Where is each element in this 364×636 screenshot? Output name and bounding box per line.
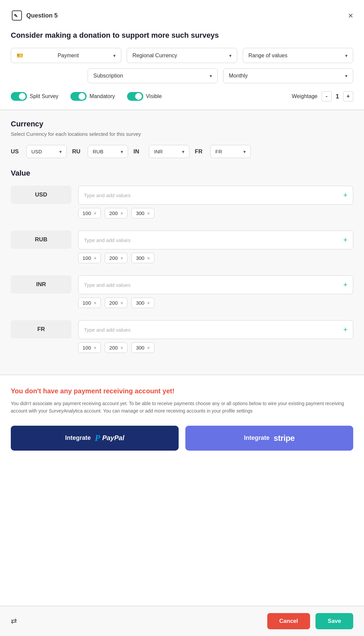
usd-tag-200-remove[interactable]: ×: [120, 211, 123, 216]
question-number: Question 5: [26, 12, 58, 19]
rub-dropdown[interactable]: RUB ▾: [88, 145, 128, 158]
fr-tag-100-remove[interactable]: ×: [94, 345, 96, 351]
split-survey-toggle[interactable]: [11, 92, 27, 101]
stripe-logo-text: stripe: [274, 433, 295, 443]
regional-currency-dropdown[interactable]: Regional Currency ▾: [127, 48, 237, 63]
chevron-icon: ▾: [345, 53, 347, 58]
inr-tag-200-remove[interactable]: ×: [120, 300, 123, 306]
currency-section-title: Currency: [11, 120, 353, 128]
question-icon: ✎: [11, 9, 23, 22]
fr-input-area: Type and add values + 100 × 200 × 300 ×: [78, 320, 353, 360]
paypal-logo: P PayPal: [95, 433, 124, 443]
footer-buttons: Cancel Save: [267, 613, 353, 629]
mandatory-toggle[interactable]: [70, 92, 87, 101]
currency-code-us: US: [11, 148, 21, 155]
inr-label-box: INR: [11, 275, 71, 294]
inr-add-button[interactable]: +: [343, 280, 347, 289]
subscription-dropdown[interactable]: Subscription ▾: [88, 68, 218, 83]
currency-selectors-row: US USD ▾ RU RUB ▾ IN INR ▾ FR FR ▾: [11, 145, 353, 158]
fr-tag-100: 100 ×: [78, 342, 101, 353]
inr-tag-300-remove[interactable]: ×: [147, 300, 150, 306]
fr-tag-300-remove[interactable]: ×: [147, 345, 150, 351]
chevron-icon: ▾: [59, 149, 62, 154]
currency-code-ru: RU: [72, 148, 82, 155]
chevron-icon: ▾: [243, 149, 246, 154]
footer: ⇄ Cancel Save: [0, 606, 364, 636]
fr-input-box: Type and add values +: [78, 320, 353, 339]
weightage-section: Weightage - 1 +: [292, 91, 353, 101]
toggle-knob: [19, 93, 26, 100]
rub-input-placeholder: Type and add values: [84, 237, 130, 243]
rub-input-box: Type and add values +: [78, 231, 353, 249]
usd-dropdown[interactable]: USD ▾: [26, 145, 67, 158]
mandatory-label: Mandatory: [89, 93, 115, 99]
fr-tag-200-remove[interactable]: ×: [120, 345, 123, 351]
usd-tag-300-remove[interactable]: ×: [147, 211, 150, 216]
rub-tag-200-remove[interactable]: ×: [120, 255, 123, 261]
question-label: ✎ Question 5: [11, 9, 58, 22]
usd-add-button[interactable]: +: [343, 191, 347, 200]
inr-input-box: Type and add values +: [78, 275, 353, 294]
payment-dropdown[interactable]: 🎫 Payment ▾: [11, 48, 121, 63]
question-title: Consider making a donation to support mo…: [11, 31, 353, 40]
inr-value-row: INR Type and add values + 100 × 200 × 30…: [11, 275, 353, 315]
rub-tag-100-remove[interactable]: ×: [94, 255, 96, 261]
rub-input-area: Type and add values + 100 × 200 × 300 ×: [78, 231, 353, 270]
close-button[interactable]: ×: [348, 11, 353, 20]
rub-tag-300-remove[interactable]: ×: [147, 255, 150, 261]
usd-tag-300: 300 ×: [131, 208, 154, 218]
shuffle-icon: ⇄: [11, 617, 17, 626]
chevron-icon: ▾: [229, 53, 232, 58]
usd-input-box: Type and add values +: [78, 186, 353, 205]
inr-input-placeholder: Type and add values: [84, 282, 130, 288]
header-row: ✎ Question 5 ×: [11, 9, 353, 22]
mandatory-toggle-item: Mandatory: [70, 92, 115, 101]
inr-tag-100-remove[interactable]: ×: [94, 300, 96, 306]
top-section: ✎ Question 5 × Consider making a donatio…: [0, 0, 364, 110]
fr-value-row: FR Type and add values + 100 × 200 × 300…: [11, 320, 353, 360]
dropdowns-row-1: 🎫 Payment ▾ Regional Currency ▾ Range of…: [11, 48, 353, 63]
inr-tag-300: 300 ×: [131, 298, 154, 308]
weightage-plus-button[interactable]: +: [343, 91, 353, 101]
rub-tag-300: 300 ×: [131, 253, 154, 263]
currency-code-in: IN: [133, 148, 144, 155]
chevron-icon: ▾: [210, 73, 212, 79]
save-button[interactable]: Save: [315, 613, 353, 629]
usd-input-area: Type and add values + 100 × 200 × 300 ×: [78, 186, 353, 225]
usd-tag-100-remove[interactable]: ×: [94, 211, 96, 216]
toggle-knob: [79, 93, 85, 100]
inr-dropdown[interactable]: INR ▾: [149, 145, 189, 158]
fr-dropdown[interactable]: FR ▾: [210, 145, 251, 158]
visible-toggle[interactable]: [127, 92, 143, 101]
rub-value-row: RUB Type and add values + 100 × 200 × 30…: [11, 231, 353, 270]
usd-tag-200: 200 ×: [105, 208, 127, 218]
cancel-button[interactable]: Cancel: [267, 613, 310, 629]
monthly-dropdown[interactable]: Monthly ▾: [223, 68, 353, 83]
bottom-section: You don't have any payment receiving acc…: [0, 375, 364, 606]
integrate-buttons: Integrate P PayPal Integrate stripe: [11, 426, 353, 451]
inr-tag-100: 100 ×: [78, 298, 101, 308]
integrate-stripe-button[interactable]: Integrate stripe: [185, 426, 353, 451]
currency-section-subtitle: Select Currency for each locations selec…: [11, 131, 353, 137]
payment-icon: 🎫: [17, 52, 23, 59]
fr-tag-200: 200 ×: [105, 342, 127, 353]
fr-input-placeholder: Type and add values: [84, 327, 130, 333]
integrate-paypal-button[interactable]: Integrate P PayPal: [11, 426, 179, 451]
chevron-icon: ▾: [113, 53, 116, 58]
visible-toggle-item: Visible: [127, 92, 162, 101]
payment-warning-title: You don't have any payment receiving acc…: [11, 387, 353, 395]
toggles-row: Split Survey Mandatory Visible Weightage…: [11, 91, 353, 101]
fr-tag-300: 300 ×: [131, 342, 154, 353]
rub-tag-100: 100 ×: [78, 253, 101, 263]
usd-label-box: USD: [11, 186, 71, 204]
currency-code-fr: FR: [195, 148, 205, 155]
value-section-title: Value: [11, 169, 353, 178]
inr-input-area: Type and add values + 100 × 200 × 300 ×: [78, 275, 353, 315]
weightage-minus-button[interactable]: -: [322, 91, 332, 101]
range-of-values-dropdown[interactable]: Range of values ▾: [243, 48, 353, 63]
svg-text:✎: ✎: [14, 13, 18, 19]
split-survey-label: Split Survey: [30, 93, 58, 99]
chevron-icon: ▾: [182, 149, 184, 154]
rub-add-button[interactable]: +: [343, 236, 347, 244]
fr-add-button[interactable]: +: [343, 325, 347, 334]
